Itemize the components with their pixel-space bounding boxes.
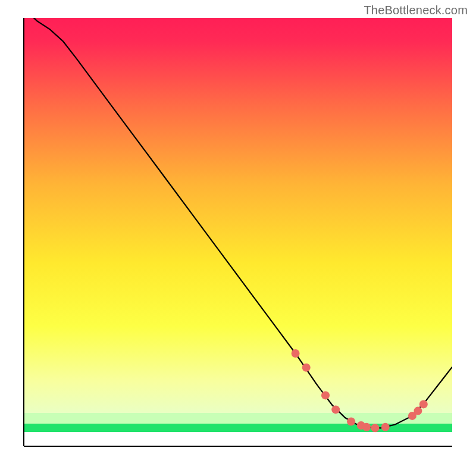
svg-point-6 — [302, 364, 311, 372]
svg-point-11 — [362, 423, 371, 431]
svg-point-7 — [321, 391, 330, 399]
svg-rect-4 — [24, 432, 452, 446]
svg-point-16 — [419, 400, 428, 408]
svg-point-15 — [414, 407, 422, 415]
plot-background — [24, 18, 452, 446]
chart-svg — [0, 0, 476, 476]
chart-container: TheBottleneck.com — [0, 0, 476, 476]
svg-rect-2 — [24, 413, 452, 424]
svg-point-13 — [381, 423, 390, 431]
svg-point-9 — [347, 418, 355, 426]
svg-point-8 — [331, 405, 340, 414]
svg-rect-1 — [24, 18, 452, 413]
svg-point-5 — [292, 349, 300, 358]
svg-point-12 — [371, 424, 379, 432]
